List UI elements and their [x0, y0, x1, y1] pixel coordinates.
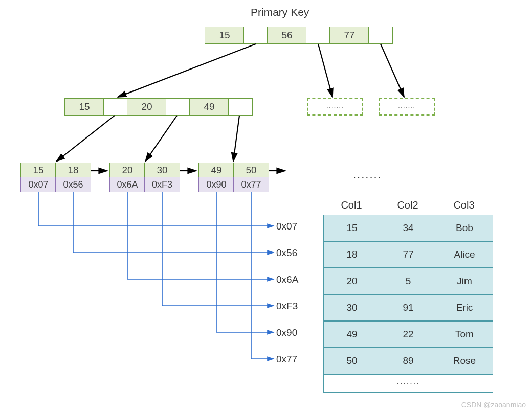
svg-line-0: [118, 44, 256, 97]
svg-line-5: [233, 116, 239, 162]
watermark: CSDN @zaoanmiao: [461, 401, 526, 409]
svg-line-3: [56, 116, 115, 162]
svg-line-1: [318, 44, 332, 97]
connectors: [0, 0, 532, 413]
svg-line-2: [381, 44, 404, 97]
svg-line-4: [145, 116, 177, 162]
